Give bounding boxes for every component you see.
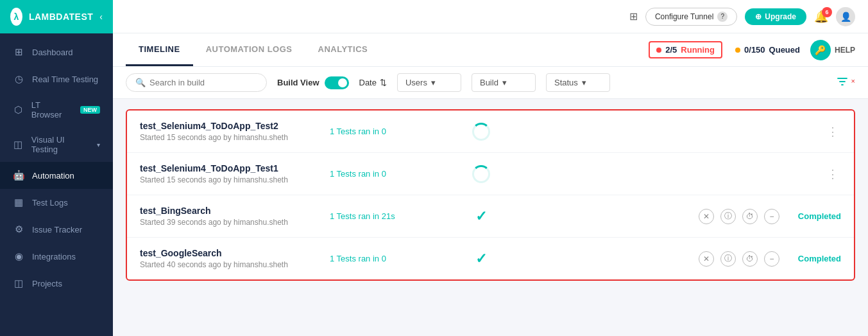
sidebar-item-visual-ui[interactable]: ◫ Visual UI Testing ▾ — [0, 127, 113, 162]
row-menu-button[interactable]: ⋮ — [824, 167, 841, 181]
table-row: test_Selenium4_ToDoApp_Test2 Started 15 … — [127, 111, 854, 153]
date-label: Date — [359, 78, 377, 87]
key-icon-button[interactable]: 🔑 — [810, 40, 831, 60]
logo-icon: λ — [10, 8, 22, 26]
build-view-toggle[interactable] — [325, 76, 349, 89]
sidebar-item-label: Integrations — [32, 252, 76, 261]
row-menu-button[interactable]: ⋮ — [824, 125, 841, 139]
action-icons: ✕ ⓘ ⏱ − — [699, 251, 779, 267]
sidebar-item-automation[interactable]: 🤖 Automation — [0, 162, 113, 189]
running-count: 2/5 — [665, 45, 677, 55]
notification-badge: 6 — [822, 7, 832, 17]
visual-icon: ◫ — [13, 139, 24, 150]
test-meta: Started 40 seconds ago by himanshu.sheth — [140, 260, 319, 269]
queued-section: 0/150 Queued — [735, 45, 800, 55]
chevron-down-icon: ▾ — [431, 78, 436, 87]
close-action-icon[interactable]: ✕ — [699, 209, 714, 224]
test-status-completed: ✓ — [455, 208, 507, 225]
tab-automation-logs[interactable]: AUTOMATION LOGS — [193, 33, 305, 66]
completed-label: Completed — [790, 211, 841, 221]
test-meta: Started 39 seconds ago by himanshu.sheth — [140, 218, 319, 227]
brand-title: LAMBDATEST — [29, 12, 93, 22]
search-input[interactable] — [149, 78, 252, 87]
queued-label: Queued — [769, 45, 800, 55]
spinner-icon — [472, 123, 490, 141]
topnav: ⊞ Configure Tunnel ? ⊕ Upgrade 🔔 6 👤 — [113, 0, 868, 33]
logs-icon: ▦ — [13, 197, 24, 208]
dashboard-icon: ⊞ — [13, 46, 24, 58]
test-status-completed: ✓ — [455, 251, 507, 267]
sidebar-item-lt-browser[interactable]: ⬡ LT Browser NEW — [0, 93, 113, 127]
checkmark-icon: ✓ — [475, 208, 487, 225]
test-info: test_Selenium4_ToDoApp_Test1 Started 15 … — [140, 163, 319, 184]
filter-button[interactable]: × — [837, 76, 855, 90]
table-row: test_BingSearch Started 39 seconds ago b… — [127, 195, 854, 238]
action-icons: ✕ ⓘ ⏱ − — [699, 209, 779, 224]
queued-count: 0/150 — [744, 45, 765, 55]
checkmark-icon: ✓ — [475, 251, 487, 267]
sidebar-item-issue-tracker[interactable]: ⚙ Issue Tracker — [0, 216, 113, 243]
sidebar-item-integrations[interactable]: ◉ Integrations — [0, 243, 113, 270]
configure-tunnel-label: Configure Tunnel — [655, 12, 713, 21]
search-icon: 🔍 — [135, 78, 146, 87]
sidebar-item-label: Dashboard — [32, 48, 73, 57]
clock-action-icon[interactable]: ⏱ — [742, 209, 758, 224]
sidebar-item-dashboard[interactable]: ⊞ Dashboard — [0, 39, 113, 66]
sidebar-item-label: Visual UI Testing — [31, 135, 89, 154]
running-dot — [656, 48, 661, 53]
minus-action-icon[interactable]: − — [764, 209, 779, 224]
test-list: test_Selenium4_ToDoApp_Test2 Started 15 … — [113, 99, 868, 291]
test-name: test_Selenium4_ToDoApp_Test2 — [140, 121, 319, 131]
sidebar-item-label: Test Logs — [32, 198, 68, 208]
test-list-container: test_Selenium4_ToDoApp_Test2 Started 15 … — [126, 109, 855, 281]
sidebar: λ LAMBDATEST ‹ ⊞ Dashboard ◷ Real Time T… — [0, 0, 113, 336]
grid-icon[interactable]: ⊞ — [629, 10, 638, 22]
sidebar-item-projects[interactable]: ◫ Projects — [0, 270, 113, 297]
test-info: test_Selenium4_ToDoApp_Test2 Started 15 … — [140, 121, 319, 142]
search-box[interactable]: 🔍 — [126, 73, 267, 92]
help-label: HELP — [835, 46, 855, 55]
date-filter[interactable]: Date ⇅ — [359, 78, 387, 87]
sidebar-nav: ⊞ Dashboard ◷ Real Time Testing ⬡ LT Bro… — [0, 33, 113, 336]
tab-bar: TIMELINE AUTOMATION LOGS ANALYTICS 2/5 R… — [113, 33, 868, 67]
table-row: test_Selenium4_ToDoApp_Test1 Started 15 … — [127, 153, 854, 195]
test-count: 1 Tests ran in 0 — [330, 169, 445, 179]
table-row: test_GoogleSearch Started 40 seconds ago… — [127, 238, 854, 279]
sidebar-item-label: Projects — [32, 279, 62, 288]
chevron-down-icon: ▾ — [97, 141, 100, 148]
collapse-button[interactable]: ‹ — [99, 12, 103, 22]
status-dropdown[interactable]: Status ▾ — [546, 73, 610, 92]
running-label: Running — [681, 45, 715, 55]
test-status-running — [455, 165, 507, 183]
build-dropdown[interactable]: Build ▾ — [472, 73, 536, 92]
test-count: 1 Tests ran in 21s — [330, 211, 445, 221]
filter-icon: ⇅ — [380, 78, 387, 87]
test-meta: Started 15 seconds ago by himanshu.sheth — [140, 133, 319, 142]
minus-action-icon[interactable]: − — [764, 251, 779, 267]
users-dropdown[interactable]: Users ▾ — [397, 73, 461, 92]
notification-button[interactable]: 🔔 6 — [814, 10, 828, 24]
new-badge: NEW — [80, 106, 100, 114]
configure-tunnel-button[interactable]: Configure Tunnel ? — [645, 8, 737, 26]
close-action-icon[interactable]: ✕ — [699, 251, 714, 267]
upgrade-button[interactable]: ⊕ Upgrade — [745, 8, 806, 25]
sidebar-item-label: Real Time Testing — [32, 75, 98, 84]
tab-timeline[interactable]: TIMELINE — [126, 33, 193, 66]
automation-icon: 🤖 — [13, 170, 24, 181]
info-action-icon[interactable]: ⓘ — [720, 209, 736, 224]
tab-analytics[interactable]: ANALYTICS — [305, 33, 381, 66]
clock-action-icon[interactable]: ⏱ — [742, 251, 758, 267]
spinner-icon — [472, 165, 490, 183]
test-count: 1 Tests ran in 0 — [330, 254, 445, 263]
user-avatar[interactable]: 👤 — [836, 7, 855, 26]
chevron-down-icon: ▾ — [582, 78, 586, 87]
queued-dot — [735, 48, 740, 53]
info-action-icon[interactable]: ⓘ — [720, 251, 736, 267]
test-name: test_GoogleSearch — [140, 248, 319, 258]
upgrade-label: Upgrade — [765, 12, 796, 21]
test-name: test_Selenium4_ToDoApp_Test1 — [140, 163, 319, 173]
main-content: ⊞ Configure Tunnel ? ⊕ Upgrade 🔔 6 👤 TIM… — [113, 0, 868, 336]
sidebar-item-real-time[interactable]: ◷ Real Time Testing — [0, 66, 113, 93]
build-label: Build — [480, 78, 498, 87]
sidebar-item-test-logs[interactable]: ▦ Test Logs — [0, 189, 113, 216]
